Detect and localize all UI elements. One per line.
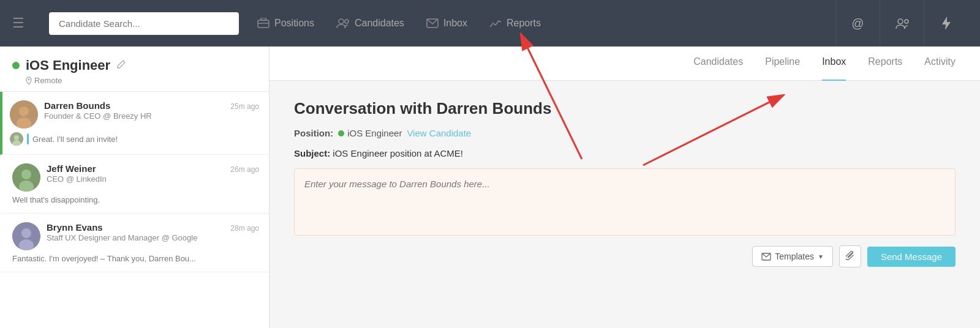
- tab-activity[interactable]: Activity: [924, 47, 956, 81]
- svg-point-4: [345, 20, 349, 23]
- people-icon: [336, 18, 350, 29]
- conv-role-jeff: CEO @ LinkedIn: [47, 174, 259, 184]
- position-title: iOS Engineer: [26, 58, 110, 73]
- hamburger-icon[interactable]: ☰: [12, 15, 24, 31]
- left-sidebar: iOS Engineer Remote: [0, 47, 270, 328]
- position-line: Position: iOS Engineer View Candidate: [294, 128, 956, 138]
- bolt-icon-btn[interactable]: [924, 0, 968, 47]
- main-layout: iOS Engineer Remote: [0, 47, 980, 328]
- paperclip-icon: [846, 251, 854, 262]
- avatar-jeff: [12, 163, 40, 192]
- templates-label: Templates: [775, 252, 814, 261]
- conv-role-darren: Founder & CEO @ Breezy HR: [44, 111, 259, 121]
- status-dot: [12, 62, 20, 69]
- nav-right-icons: @: [835, 0, 968, 47]
- team-icon: [895, 17, 910, 29]
- svg-point-9: [28, 78, 30, 80]
- at-icon: @: [851, 17, 864, 31]
- position-label: Position:: [294, 128, 333, 138]
- subject-value: iOS Engineer position at ACME!: [333, 148, 463, 158]
- location-icon: [26, 76, 32, 85]
- top-nav: ☰ Positions Candidates: [0, 0, 980, 47]
- templates-button[interactable]: Templates ▼: [752, 246, 833, 267]
- nav-inbox[interactable]: Inbox: [426, 18, 467, 29]
- svg-point-17: [21, 170, 31, 179]
- actions-row: Templates ▼ Send Message: [294, 245, 956, 267]
- tab-pipeline[interactable]: Pipeline: [765, 47, 800, 81]
- conv-time-darren: 25m ago: [230, 102, 259, 111]
- mini-avatar-darren: [10, 132, 23, 146]
- send-message-button[interactable]: Send Message: [867, 247, 956, 267]
- nav-reports[interactable]: Reports: [489, 18, 541, 29]
- message-textarea[interactable]: [294, 168, 956, 236]
- conv-info-darren: Darren Bounds 25m ago Founder & CEO @ Br…: [44, 100, 259, 121]
- conv-preview-brynn: Fantastic. I'm overjoyed! – Thank you, D…: [12, 254, 196, 263]
- conversation-item-brynn[interactable]: Brynn Evans 28m ago Staff UX Designer an…: [0, 214, 269, 272]
- conv-preview-jeff: Well that's disappointing.: [12, 195, 100, 204]
- svg-rect-1: [258, 20, 269, 28]
- tab-bar: Candidates Pipeline Inbox Reports Activi…: [270, 47, 980, 81]
- edit-icon[interactable]: [116, 59, 126, 72]
- svg-marker-8: [942, 17, 951, 30]
- briefcase-icon: [257, 18, 270, 29]
- conversation-item-darren[interactable]: Darren Bounds 25m ago Founder & CEO @ Br…: [0, 92, 269, 155]
- templates-chevron: ▼: [818, 253, 824, 260]
- nav-links: Positions Candidates Inbox: [257, 18, 817, 29]
- team-icon-btn[interactable]: [880, 0, 924, 47]
- conversation-content: Conversation with Darren Bounds Position…: [270, 81, 980, 328]
- svg-point-11: [19, 106, 29, 116]
- tab-reports[interactable]: Reports: [868, 47, 902, 81]
- bolt-icon: [942, 17, 951, 30]
- conv-name-darren: Darren Bounds: [44, 100, 110, 111]
- conv-time-brynn: 28m ago: [230, 224, 259, 233]
- conv-info-brynn: Brynn Evans 28m ago Staff UX Designer an…: [47, 222, 259, 242]
- conv-info-jeff: Jeff Weiner 26m ago CEO @ LinkedIn: [47, 163, 259, 184]
- conversation-list: Darren Bounds 25m ago Founder & CEO @ Br…: [0, 92, 269, 272]
- svg-point-3: [339, 19, 344, 24]
- view-candidate-link[interactable]: View Candidate: [407, 128, 471, 138]
- conversation-title: Conversation with Darren Bounds: [294, 99, 956, 118]
- reports-label: Reports: [507, 18, 541, 29]
- reply-indicator: [27, 133, 29, 144]
- envelope-icon: [426, 18, 439, 28]
- envelope-small-icon: [761, 253, 771, 261]
- avatar-brynn: [12, 222, 40, 250]
- conv-time-jeff: 26m ago: [230, 165, 259, 174]
- svg-point-6: [898, 19, 903, 24]
- conv-name-jeff: Jeff Weiner: [47, 163, 96, 174]
- positions-label: Positions: [274, 18, 314, 29]
- subject-label: Subject:: [294, 148, 330, 158]
- avatar-darren: [10, 100, 38, 129]
- svg-point-20: [21, 228, 31, 238]
- position-status-dot: [338, 130, 344, 136]
- chart-icon: [489, 18, 502, 28]
- position-name-text: iOS Engineer: [347, 128, 402, 138]
- conv-name-brynn: Brynn Evans: [47, 222, 103, 233]
- tab-candidates[interactable]: Candidates: [693, 47, 743, 81]
- subject-line: Subject: iOS Engineer position at ACME!: [294, 148, 956, 158]
- position-location: Remote: [34, 76, 62, 85]
- at-icon-btn[interactable]: @: [835, 0, 880, 47]
- candidate-search-input[interactable]: [49, 12, 239, 35]
- svg-point-7: [905, 20, 908, 23]
- right-content: Candidates Pipeline Inbox Reports Activi…: [270, 47, 980, 328]
- svg-point-14: [14, 135, 19, 140]
- tab-inbox[interactable]: Inbox: [822, 47, 846, 81]
- nav-positions[interactable]: Positions: [257, 18, 314, 29]
- inbox-label: Inbox: [443, 18, 467, 29]
- position-name-line: iOS Engineer: [338, 128, 402, 138]
- conversation-item-jeff[interactable]: Jeff Weiner 26m ago CEO @ LinkedIn Well …: [0, 155, 269, 214]
- nav-candidates[interactable]: Candidates: [336, 18, 404, 29]
- position-header: iOS Engineer Remote: [0, 47, 269, 92]
- candidates-label: Candidates: [355, 18, 404, 29]
- conv-preview-darren: Great. I'll send an invite!: [32, 135, 118, 144]
- attach-button[interactable]: [839, 245, 861, 267]
- conv-role-brynn: Staff UX Designer and Manager @ Google: [47, 233, 259, 242]
